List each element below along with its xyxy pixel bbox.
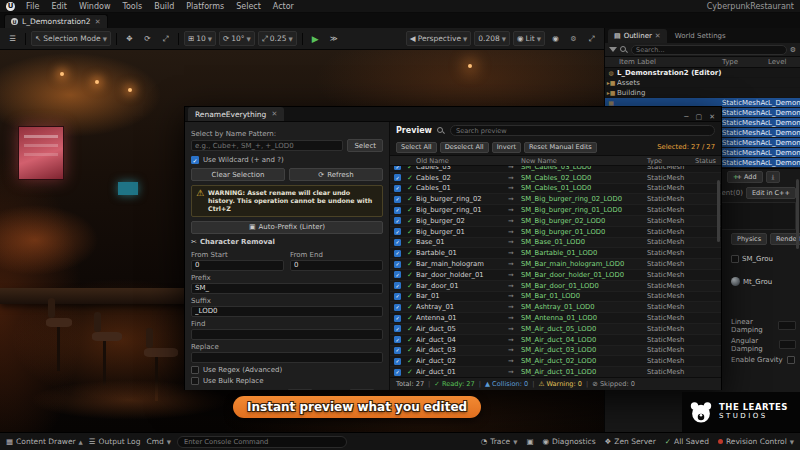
- row-new-name[interactable]: SM_Air_duct_02_LOD0: [521, 357, 647, 365]
- row-new-name[interactable]: SM_Big_burger_01_LOD0: [521, 228, 647, 236]
- outliner-settings-icon[interactable]: ⚙: [790, 46, 796, 54]
- suffix-input[interactable]: [191, 306, 383, 317]
- prefix-input[interactable]: [191, 283, 383, 294]
- preview-scrollbar[interactable]: [717, 180, 720, 242]
- from-end-input[interactable]: [290, 260, 383, 271]
- menu-item-platforms[interactable]: Platforms: [181, 2, 229, 11]
- row-new-name[interactable]: SM_Air_duct_04_LOD0: [521, 336, 647, 344]
- scale-tool-icon[interactable]: ⤢: [158, 31, 173, 46]
- menu-item-file[interactable]: File: [21, 2, 44, 11]
- row-checkbox[interactable]: [394, 271, 401, 278]
- row-new-name[interactable]: SM_Bartable_01_LOD0: [521, 249, 647, 257]
- unreal-logo-icon[interactable]: U: [6, 2, 15, 11]
- menu-item-tools[interactable]: Tools: [117, 2, 147, 11]
- row-checkbox[interactable]: [394, 369, 401, 376]
- row-checkbox[interactable]: [394, 293, 401, 300]
- select-all-button[interactable]: Select All: [396, 142, 437, 153]
- content-drawer-button[interactable]: ▦ Content Drawer ▲: [6, 437, 83, 446]
- clear-selection-button[interactable]: Clear Selection: [191, 168, 285, 181]
- row-new-name[interactable]: SM_Cables_02_LOD0: [521, 174, 647, 182]
- tab-world-settings[interactable]: World Settings: [669, 29, 732, 43]
- row-new-name[interactable]: SM_Bar_door_01_LOD0: [521, 282, 647, 290]
- zen-server-button[interactable]: ❖ Zen Server: [605, 437, 656, 446]
- row-new-name[interactable]: SM_Bar_01_LOD0: [521, 292, 647, 300]
- preview-table-row[interactable]: ✓ Air_duct_02 → SM_Air_duct_02_LOD0 Stat…: [390, 356, 721, 367]
- preview-table-row[interactable]: ✓ Bar_door_01 → SM_Bar_door_01_LOD0 Stat…: [390, 281, 721, 292]
- selection-mode-dropdown[interactable]: ↖ Selection Mode ▼: [31, 31, 111, 46]
- invert-button[interactable]: Invert: [492, 142, 521, 153]
- dialog-tab[interactable]: RenameEverything ✕: [188, 107, 284, 121]
- preview-table-row[interactable]: ✓ Big_burger_ring_01 → SM_Big_burger_rin…: [390, 205, 721, 216]
- scale-snap-toggle[interactable]: ⤢ 0.25▼: [258, 31, 297, 46]
- row-new-name[interactable]: SM_Air_duct_05_LOD0: [521, 325, 647, 333]
- outliner-search-input[interactable]: [631, 45, 787, 55]
- row-checkbox[interactable]: [394, 358, 401, 365]
- menu-item-select[interactable]: Select: [231, 2, 266, 11]
- material-asset[interactable]: Mt_Grou: [743, 278, 772, 286]
- row-new-name[interactable]: SM_Big_burger_ring_02_LOD0: [521, 195, 647, 203]
- preview-table-row[interactable]: ✓ Air_duct_04 → SM_Air_duct_04_LOD0 Stat…: [390, 335, 721, 346]
- import-icon[interactable]: ⤓: [766, 171, 781, 183]
- row-checkbox[interactable]: [394, 304, 401, 311]
- menu-item-edit[interactable]: Edit: [46, 2, 72, 11]
- restore-icon[interactable]: ▢: [696, 113, 703, 121]
- row-checkbox[interactable]: [394, 315, 401, 322]
- preview-table-row[interactable]: ✓ Ashtray_01 → SM_Ashtray_01_LOD0 Static…: [390, 302, 721, 313]
- select-button[interactable]: Select: [347, 139, 383, 152]
- preview-search-input[interactable]: [450, 125, 715, 136]
- preview-table-row[interactable]: ✓ Bar_main_hologram → SM_Bar_main_hologr…: [390, 259, 721, 270]
- preview-table-row[interactable]: ✓ Cables_03 → SM_Cables_03_LOD0 StaticMe…: [390, 166, 721, 173]
- preview-table-row[interactable]: ✓ Bar_01 → SM_Bar_01_LOD0 StaticMesh: [390, 292, 721, 303]
- start-number-input[interactable]: [287, 389, 313, 390]
- preview-table-row[interactable]: ✓ Big_burger_02 → SM_Big_burger_02_LOD0 …: [390, 216, 721, 227]
- outliner-row[interactable]: ◍ L_Demonstration2 (Editor): [605, 68, 800, 78]
- perspective-dropdown[interactable]: ◀ Perspective▼: [406, 31, 471, 46]
- column-level[interactable]: Level: [768, 58, 800, 66]
- close-icon[interactable]: ✕: [271, 110, 277, 118]
- row-checkbox[interactable]: [394, 325, 401, 332]
- add-component-button[interactable]: ++ Add: [727, 171, 763, 183]
- outliner-row[interactable]: ▸■ Building: [605, 88, 800, 98]
- viewport-settings-icon[interactable]: ⚙: [566, 31, 581, 46]
- column-new-name[interactable]: New Name: [521, 157, 647, 165]
- console-command-input[interactable]: [177, 436, 347, 448]
- row-checkbox[interactable]: [394, 261, 401, 268]
- column-type[interactable]: Type: [647, 157, 695, 165]
- edit-in-cpp-button[interactable]: Edit in C++: [746, 187, 796, 199]
- preview-table-row[interactable]: ✓ Cables_02 → SM_Cables_02_LOD0 StaticMe…: [390, 173, 721, 184]
- rotation-snap-toggle[interactable]: ⟳ 10°▼: [219, 31, 255, 46]
- regex-checkbox[interactable]: [191, 366, 199, 374]
- padding-input[interactable]: [349, 389, 375, 390]
- outliner-row[interactable]: ▸■ Assets: [605, 78, 800, 88]
- row-new-name[interactable]: SM_Cables_03_LOD0: [521, 166, 647, 171]
- tab-physics[interactable]: Physics: [731, 233, 767, 245]
- menu-item-build[interactable]: Build: [149, 2, 179, 11]
- deselect-all-button[interactable]: Deselect All: [440, 142, 489, 153]
- bulk-replace-checkbox[interactable]: [191, 377, 199, 385]
- row-new-name[interactable]: SM_Base_01_LOD0: [521, 238, 647, 246]
- linear-damping-input[interactable]: [778, 321, 796, 330]
- filter-icon[interactable]: [609, 47, 617, 52]
- preview-table-row[interactable]: ✓ Big_burger_01 → SM_Big_burger_01_LOD0 …: [390, 227, 721, 238]
- column-status[interactable]: Status: [695, 157, 717, 165]
- angular-damping-input[interactable]: [779, 340, 796, 349]
- cmd-dropdown[interactable]: Cmd ▼: [146, 437, 171, 446]
- frame-skip-button[interactable]: ≫: [326, 31, 342, 46]
- row-checkbox[interactable]: [394, 185, 401, 192]
- preview-table-row[interactable]: ✓ Antenna_01 → SM_Antenna_01_LOD0 Static…: [390, 313, 721, 324]
- output-log-button[interactable]: ☰ Output Log: [89, 437, 141, 446]
- row-checkbox[interactable]: [394, 250, 401, 257]
- row-new-name[interactable]: SM_Cables_01_LOD0: [521, 184, 647, 192]
- row-checkbox[interactable]: [394, 196, 401, 203]
- preview-table-row[interactable]: ✓ Base_01 → SM_Base_01_LOD0 StaticMesh: [390, 238, 721, 249]
- camera-speed-button[interactable]: 0.208▼: [474, 31, 510, 46]
- row-checkbox[interactable]: [394, 174, 401, 181]
- row-checkbox[interactable]: [394, 239, 401, 246]
- row-checkbox[interactable]: [394, 217, 401, 224]
- menu-item-window[interactable]: Window: [74, 2, 116, 11]
- move-tool-icon[interactable]: ✥: [122, 31, 137, 46]
- all-saved-button[interactable]: ✓ All Saved: [665, 437, 709, 446]
- auto-prefix-button[interactable]: ▣ Auto-Prefix (Linter): [191, 221, 383, 234]
- row-new-name[interactable]: SM_Bar_main_hologram_LOD0: [521, 260, 647, 268]
- row-new-name[interactable]: SM_Air_duct_01_LOD0: [521, 368, 647, 376]
